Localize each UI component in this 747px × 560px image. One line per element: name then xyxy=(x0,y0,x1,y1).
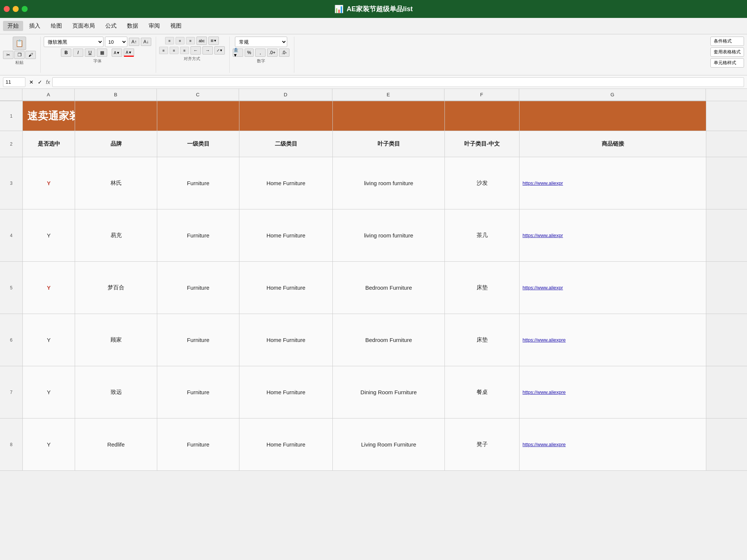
menu-draw[interactable]: 绘图 xyxy=(46,21,66,31)
cell-2-leaf-zh[interactable]: 茶几 xyxy=(445,209,520,261)
fill-color-button[interactable]: A▼ xyxy=(112,49,122,57)
cell-style-button[interactable]: 单元格样式 xyxy=(710,58,744,68)
font-size-decrease-button[interactable]: A↓ xyxy=(141,38,151,46)
header-category1[interactable]: 一级类目 xyxy=(157,131,239,157)
cell-4-leaf[interactable]: Bedroom Furniture xyxy=(333,314,445,366)
title-cell[interactable]: 速卖通家装节超级单品list xyxy=(23,101,75,131)
column-header-b[interactable]: B xyxy=(75,89,157,101)
cell-1-leaf[interactable]: living room furniture xyxy=(333,157,445,209)
cell-reference-box[interactable]: 11 xyxy=(3,77,25,87)
align-bottom-left-button[interactable]: ≡ xyxy=(159,47,168,54)
cell-3-leaf[interactable]: Bedroom Furniture xyxy=(333,262,445,314)
cell-1-selected[interactable]: Y xyxy=(23,157,75,209)
column-header-f[interactable]: F xyxy=(444,89,519,101)
wrap-text-button[interactable]: abc xyxy=(196,37,207,45)
cell-1-brand[interactable]: 林氏 xyxy=(75,157,157,209)
decimal-decrease-button[interactable]: .0- xyxy=(279,49,289,57)
align-bottom-center-button[interactable]: ≡ xyxy=(170,47,179,54)
menu-review[interactable]: 审阅 xyxy=(144,21,164,31)
copy-button[interactable]: ❐ xyxy=(14,51,25,59)
cell-1-cat2[interactable]: Home Furniture xyxy=(239,157,333,209)
bold-button[interactable]: B xyxy=(61,49,71,57)
cell-5-leaf-zh[interactable]: 餐桌 xyxy=(445,366,520,418)
column-header-d[interactable]: D xyxy=(239,89,332,101)
table-format-button[interactable]: 套用表格格式 xyxy=(710,47,744,57)
cell-4-selected[interactable]: Y xyxy=(23,314,75,366)
cell-6-selected[interactable]: Y xyxy=(23,419,75,470)
header-leaf-zh[interactable]: 叶子类目-中文 xyxy=(445,131,520,157)
cell-2-selected[interactable]: Y xyxy=(23,209,75,261)
cell-6-leaf-zh[interactable]: 凳子 xyxy=(445,419,520,470)
cell-2-link[interactable]: https://www.aliexpr xyxy=(520,209,706,261)
format-painter-button[interactable]: 🖌 xyxy=(25,51,36,59)
column-header-g[interactable]: G xyxy=(519,89,706,101)
column-header-e[interactable]: E xyxy=(332,89,444,101)
underline-button[interactable]: U xyxy=(85,49,95,57)
cell-4-link[interactable]: https://www.aliexpre xyxy=(520,314,706,366)
cell-5-cat2[interactable]: Home Furniture xyxy=(239,366,333,418)
align-top-left-button[interactable]: ≡ xyxy=(165,37,174,44)
font-name-select[interactable]: 微软雅黑 xyxy=(44,37,103,47)
menu-home[interactable]: 开始 xyxy=(3,21,23,31)
cell-6-brand[interactable]: Redlife xyxy=(75,419,157,470)
cell-2-cat2[interactable]: Home Furniture xyxy=(239,209,333,261)
cell-2-brand[interactable]: 易充 xyxy=(75,209,157,261)
align-top-right-button[interactable]: ≡ xyxy=(186,37,195,44)
header-link[interactable]: 商品链接 xyxy=(520,131,706,157)
comma-button[interactable]: , xyxy=(255,49,266,57)
indent-decrease-button[interactable]: ← xyxy=(190,46,201,55)
cell-6-leaf[interactable]: Living Room Furniture xyxy=(333,419,445,470)
cell-5-brand[interactable]: 致远 xyxy=(75,366,157,418)
cell-5-leaf[interactable]: Dining Room Furniture xyxy=(333,366,445,418)
cell-1-link[interactable]: https://www.aliexpr xyxy=(520,157,706,209)
cell-3-brand[interactable]: 梦百合 xyxy=(75,262,157,314)
cell-5-selected[interactable]: Y xyxy=(23,366,75,418)
italic-button[interactable]: I xyxy=(73,49,83,57)
borders-button[interactable]: ▦ xyxy=(97,49,107,57)
conditional-format-button[interactable]: 条件格式 xyxy=(710,37,744,46)
cell-4-cat1[interactable]: Furniture xyxy=(157,314,239,366)
formula-input[interactable] xyxy=(52,77,744,87)
cell-3-leaf-zh[interactable]: 床垫 xyxy=(445,262,520,314)
cell-1-leaf-zh[interactable]: 沙发 xyxy=(445,157,520,209)
cell-4-cat2[interactable]: Home Furniture xyxy=(239,314,333,366)
header-category2[interactable]: 二级类目 xyxy=(239,131,333,157)
cell-3-selected[interactable]: Y xyxy=(23,262,75,314)
cell-6-cat1[interactable]: Furniture xyxy=(157,419,239,470)
menu-data[interactable]: 数据 xyxy=(123,21,143,31)
paste-button[interactable]: 📋 xyxy=(13,37,26,50)
cell-2-leaf[interactable]: living room furniture xyxy=(333,209,445,261)
font-color-button[interactable]: A▼ xyxy=(124,49,134,57)
maximize-button[interactable] xyxy=(22,6,28,12)
confirm-input-button[interactable]: ✓ xyxy=(36,78,44,86)
header-leaf-category[interactable]: 叶子类目 xyxy=(333,131,445,157)
cell-5-cat1[interactable]: Furniture xyxy=(157,366,239,418)
cell-6-cat2[interactable]: Home Furniture xyxy=(239,419,333,470)
cut-button[interactable]: ✂ xyxy=(3,51,13,59)
column-header-c[interactable]: C xyxy=(157,89,239,101)
cell-1-cat1[interactable]: Furniture xyxy=(157,157,239,209)
cell-4-brand[interactable]: 顾家 xyxy=(75,314,157,366)
cancel-input-button[interactable]: ✕ xyxy=(28,78,35,86)
cell-3-link[interactable]: https://www.aliexpr xyxy=(520,262,706,314)
menu-formula[interactable]: 公式 xyxy=(101,21,121,31)
merge-button[interactable]: ⊞▼ xyxy=(208,37,219,45)
cell-4-leaf-zh[interactable]: 床垫 xyxy=(445,314,520,366)
align-bottom-right-button[interactable]: ≡ xyxy=(180,47,189,54)
close-button[interactable] xyxy=(4,6,10,12)
header-brand[interactable]: 品牌 xyxy=(75,131,157,157)
percent-button[interactable]: % xyxy=(245,49,254,57)
menu-page-layout[interactable]: 页面布局 xyxy=(68,21,99,31)
cell-3-cat2[interactable]: Home Furniture xyxy=(239,262,333,314)
cell-2-cat1[interactable]: Furniture xyxy=(157,209,239,261)
header-selected[interactable]: 是否选中 xyxy=(23,131,75,157)
indent-increase-button[interactable]: → xyxy=(202,46,213,55)
text-direction-button[interactable]: ⤢▼ xyxy=(214,46,225,55)
menu-insert[interactable]: 插入 xyxy=(25,21,45,31)
menu-view[interactable]: 视图 xyxy=(166,21,186,31)
accounting-button[interactable]: 🏦▼ xyxy=(233,49,243,57)
number-format-select[interactable]: 常规 xyxy=(235,37,287,47)
align-top-center-button[interactable]: ≡ xyxy=(176,37,185,44)
cell-3-cat1[interactable]: Furniture xyxy=(157,262,239,314)
font-size-increase-button[interactable]: A↑ xyxy=(129,38,139,46)
